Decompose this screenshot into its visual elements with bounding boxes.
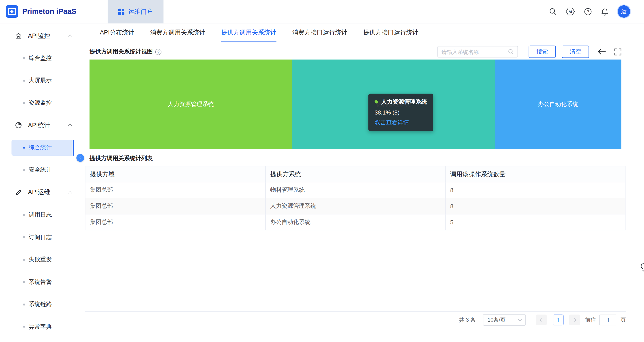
svg-text:?: ?: [587, 9, 589, 14]
chart-toolbar: 提供方调用关系统计视图 ? 搜索 清空: [80, 42, 644, 60]
portal-tab-label: 运维门户: [128, 8, 153, 16]
tab-consumer-call-relation-stats[interactable]: 消费方调用关系统计: [150, 24, 206, 42]
cell-provider-domain: 集团总部: [85, 214, 266, 230]
tooltip-value: 38.1% (8): [375, 109, 427, 116]
sidebar-item-resource-monitoring[interactable]: 资源监控: [0, 92, 80, 114]
page-size-select[interactable]: 10条/页: [483, 314, 526, 326]
chevron-left-icon: [79, 156, 82, 159]
cell-provider-system: 办公自动化系统: [266, 214, 446, 230]
sidebar-group-api-statistics[interactable]: API统计: [0, 114, 80, 136]
app-window: Primeton iPaaS 运维门户 A: [0, 0, 644, 342]
home-icon: [15, 32, 22, 40]
col-call-system-count: 调用该操作系统数量: [445, 166, 626, 182]
prev-page-button[interactable]: [536, 314, 547, 325]
list-section-title: 提供方调用关系统计列表: [90, 155, 644, 162]
portal-tab-ops[interactable]: 运维门户: [108, 0, 164, 23]
search-icon: [508, 49, 514, 54]
bullet-icon: [23, 326, 25, 328]
sidebar-group-api-operations[interactable]: API运维: [0, 182, 80, 204]
pie-chart-icon: [15, 122, 22, 129]
table-row: 集团总部 办公自动化系统 5: [85, 214, 626, 230]
search-button[interactable]: 搜索: [528, 46, 556, 58]
page-number-1[interactable]: 1: [553, 314, 564, 325]
sidebar-item-failure-resend[interactable]: 失败重发: [0, 248, 80, 271]
search-icon[interactable]: [549, 8, 556, 15]
cell-call-count: 5: [445, 214, 626, 230]
chart-section-title: 提供方调用关系统计视图: [90, 48, 153, 56]
question-circle-icon[interactable]: ?: [155, 49, 162, 55]
tab-consumer-api-run-stats[interactable]: 消费方接口运行统计: [292, 24, 348, 42]
system-name-search-input[interactable]: [442, 49, 508, 55]
sidebar-item-comprehensive-statistics[interactable]: 综合统计: [0, 137, 80, 159]
clear-button[interactable]: 清空: [562, 46, 589, 58]
tab-provider-api-run-stats[interactable]: 提供方接口运行统计: [363, 24, 418, 42]
main-content: API分布统计 消费方调用关系统计 提供方调用关系统计 消费方接口运行统计 提供…: [80, 24, 644, 342]
table-header-row: 提供方域 提供方系统 调用该操作系统数量: [85, 166, 626, 182]
bullet-icon: [23, 80, 25, 82]
sidebar-item-comprehensive-monitoring[interactable]: 综合监控: [0, 47, 80, 69]
tooltip-detail-hint: 双击查看详情: [375, 119, 427, 126]
bullet-icon: [23, 57, 25, 59]
sidebar-group-label: API运维: [28, 188, 50, 196]
tab-provider-call-relation-stats[interactable]: 提供方调用关系统计: [221, 24, 276, 42]
pagination: 共 3 条 10条/页 1 前往 页: [85, 312, 626, 328]
cell-call-count: 8: [445, 182, 626, 198]
bullet-icon: [23, 281, 25, 283]
cell-provider-system: 物料管理系统: [266, 182, 446, 198]
bullet-icon: [23, 236, 25, 238]
bullet-icon: [23, 102, 25, 104]
sidebar-item-system-trace[interactable]: 系统链路: [0, 293, 80, 316]
goto-label: 前往: [585, 316, 596, 324]
back-arrow-icon[interactable]: [598, 48, 606, 55]
bullet-icon: [23, 303, 25, 305]
chevron-left-icon: [540, 318, 543, 322]
system-name-search-box[interactable]: [437, 46, 518, 58]
treemap-block-hr-system[interactable]: 人力资源管理系统: [90, 60, 292, 149]
sidebar-group-api-monitoring[interactable]: API监控: [0, 24, 80, 47]
cell-provider-system: 人力资源管理系统: [266, 198, 446, 214]
cell-provider-domain: 集团总部: [85, 182, 266, 198]
goto-page-input[interactable]: [599, 314, 618, 325]
bullet-icon: [23, 147, 25, 149]
treemap-block-oa-system[interactable]: 办公自动化系统: [495, 60, 622, 149]
sidebar-item-big-screen-display[interactable]: 大屏展示: [0, 69, 80, 92]
sidebar-item-system-alarm[interactable]: 系统告警: [0, 271, 80, 293]
sidebar-item-subscription-log[interactable]: 订阅日志: [0, 226, 80, 248]
pagination-total: 共 3 条: [459, 316, 476, 324]
sidebar-item-exception-dictionary[interactable]: 异常字典: [0, 316, 80, 338]
table-row: 集团总部 人力资源管理系统 8: [85, 198, 626, 214]
user-avatar[interactable]: 运: [618, 5, 630, 18]
provider-call-relation-treemap: 人力资源管理系统 物料管理系统 办公自动化系统 人力资源管理系统 38.1% (…: [90, 60, 622, 149]
chevron-up-icon: [68, 124, 72, 128]
tooltip-marker: [375, 100, 378, 104]
page-unit-label: 页: [620, 316, 626, 324]
cell-call-count: 8: [445, 198, 626, 214]
page-size-value: 10条/页: [488, 316, 506, 324]
help-icon[interactable]: ?: [584, 8, 592, 16]
treemap-tooltip: 人力资源管理系统 38.1% (8) 双击查看详情: [368, 94, 433, 131]
tooltip-series-name: 人力资源管理系统: [381, 98, 427, 106]
sidebar-collapse-toggle[interactable]: [76, 154, 84, 162]
provider-relation-table: 提供方域 提供方系统 调用该操作系统数量 集团总部 物料管理系统 8 集团总部: [85, 166, 626, 312]
chevron-right-icon: [573, 318, 576, 322]
chevron-down-icon: [518, 318, 522, 321]
col-provider-domain: 提供方域: [85, 166, 266, 182]
cell-provider-domain: 集团总部: [85, 198, 266, 214]
app-title: Primeton iPaaS: [22, 7, 76, 16]
svg-text:AI: AI: [568, 10, 572, 14]
sidebar-item-call-log[interactable]: 调用日志: [0, 204, 80, 226]
tab-api-distribution-stats[interactable]: API分布统计: [100, 24, 134, 42]
fullscreen-icon[interactable]: [614, 48, 622, 55]
next-page-button[interactable]: [569, 314, 580, 325]
ai-assistant-icon[interactable]: AI: [566, 8, 575, 16]
app-header: Primeton iPaaS 运维门户 A: [0, 0, 644, 24]
col-provider-system: 提供方系统: [266, 166, 446, 182]
chevron-up-icon: [68, 34, 72, 38]
pen-icon: [15, 189, 22, 196]
table-row: 集团总部 物料管理系统 8: [85, 182, 626, 198]
header-actions: AI ? 运: [549, 5, 630, 18]
notifications-bell-icon[interactable]: [601, 8, 609, 16]
sidebar-item-security-statistics[interactable]: 安全统计: [0, 159, 80, 182]
assistant-bulb-icon[interactable]: [640, 263, 644, 272]
sidebar: API监控 综合监控 大屏展示 资源监控: [0, 24, 80, 342]
